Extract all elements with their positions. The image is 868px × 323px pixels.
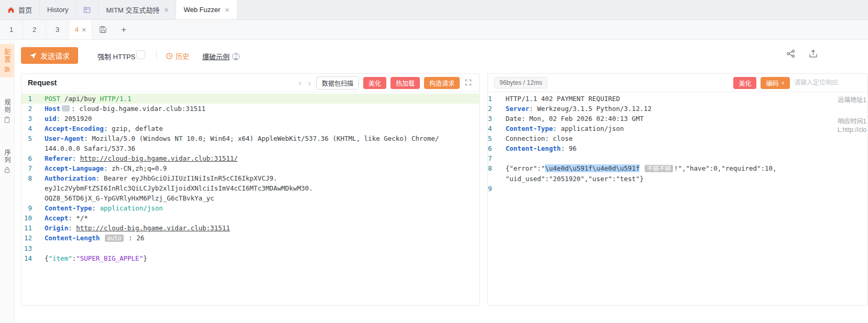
tab-history-label: History xyxy=(47,6,68,14)
request-editor-line[interactable]: 1POST /api/buy HTTP/1.1 xyxy=(21,94,479,104)
fuzzer-tab-2[interactable]: 2 xyxy=(23,20,46,39)
line-number: 14 xyxy=(21,253,45,263)
line-content: Referer: http://cloud-big.hgame.vidar.cl… xyxy=(45,153,479,163)
sidebar-item-config[interactable]: 配置 xyxy=(0,44,14,77)
encode-dropdown[interactable]: 编码 ∨ xyxy=(761,77,790,89)
history-button[interactable]: 历史 xyxy=(166,51,189,61)
request-editor-line[interactable]: 2Host: cloud-big.hgame.vidar.club:31511 xyxy=(21,104,479,114)
share-button[interactable] xyxy=(786,49,795,58)
add-tab-button[interactable]: + xyxy=(113,20,134,39)
response-editor-line[interactable]: 6Content-Length: 96 xyxy=(488,143,867,153)
next-request-button[interactable]: › xyxy=(307,79,312,87)
request-editor-line[interactable]: 9Content-Type: application/json xyxy=(21,203,479,213)
sliders-icon xyxy=(4,66,10,73)
clipboard-icon xyxy=(4,116,10,123)
export-button[interactable] xyxy=(809,49,818,58)
help-icon[interactable]: ? xyxy=(232,53,240,60)
line-number: 2 xyxy=(488,104,506,114)
locate-response-input[interactable] xyxy=(794,79,861,86)
request-editor[interactable]: 1POST /api/buy HTTP/1.12Host: cloud-big.… xyxy=(21,92,479,305)
request-editor-line[interactable]: 12Content-Length auto : 26 xyxy=(21,233,479,243)
fuzzer-tab-1[interactable]: 1 xyxy=(0,20,23,39)
blast-example-link[interactable]: 爆破示例 ? xyxy=(202,51,240,61)
sidebar-item-sequence-label: 序列 xyxy=(3,149,12,164)
tab-mitm[interactable]: MITM 交互式劫持 × xyxy=(99,0,176,19)
request-panel: Request ‹ › 数据包扫描 美化 热加载 构造请求 1POST /api… xyxy=(21,73,480,306)
line-number: 3 xyxy=(21,114,45,124)
request-editor-line[interactable]: 13 xyxy=(21,243,479,253)
hot-reload-button[interactable]: 热加载 xyxy=(390,77,420,89)
request-editor-line[interactable]: 8Authorization: Bearer eyJhbGciOiJIUzI1N… xyxy=(21,173,479,203)
close-icon[interactable]: × xyxy=(225,6,229,14)
response-editor-line[interactable]: 2Server: Werkzeug/3.1.5 Python/3.12.12 xyxy=(488,104,867,114)
close-icon[interactable]: × xyxy=(164,6,168,14)
table-icon xyxy=(83,6,91,14)
request-editor-line[interactable]: 7Accept-Language: zh-CN,zh;q=0.9 xyxy=(21,163,479,173)
close-icon[interactable]: × xyxy=(82,26,86,34)
line-number: 7 xyxy=(21,163,45,173)
response-beautify-button[interactable]: 美化 xyxy=(733,77,756,89)
share-icon xyxy=(786,49,795,58)
request-editor-line[interactable]: 5User-Agent: Mozilla/5.0 (Windows NT 10.… xyxy=(21,133,479,153)
toolbar-divider xyxy=(156,50,157,61)
packet-scan-button[interactable]: 数据包扫描 xyxy=(316,76,359,90)
line-number: 7 xyxy=(488,153,506,163)
tab-home[interactable]: 首页 xyxy=(0,0,40,19)
fuzzer-tab-4[interactable]: 4 × xyxy=(69,20,92,39)
request-editor-line[interactable]: 14{"item":"SUPER_BIG_APPLE"} xyxy=(21,253,479,263)
request-editor-line[interactable]: 3uid: 2051920 xyxy=(21,114,479,124)
construct-request-button[interactable]: 构造请求 xyxy=(424,77,460,89)
plus-icon: + xyxy=(121,25,126,35)
beautify-button[interactable]: 美化 xyxy=(363,77,386,89)
chevron-right-icon: › xyxy=(308,78,311,88)
sidebar-item-rules[interactable]: 规则 xyxy=(0,94,14,128)
line-number: 1 xyxy=(21,94,45,104)
line-content: Accept: */* xyxy=(45,213,479,223)
line-number: 11 xyxy=(21,223,45,233)
tab-history[interactable]: History xyxy=(40,0,76,19)
response-editor-line[interactable]: 8{"error":"\u4e0d\u591f\u4e0d\u591f 不够不够… xyxy=(488,163,867,184)
response-panel: 96bytes / 12ms 美化 编码 ∨ 远端地址1响应时间1L:http:… xyxy=(487,73,868,306)
line-content: Date: Mon, 02 Feb 2026 02:40:13 GMT xyxy=(506,114,867,124)
tab-web-fuzzer[interactable]: Web Fuzzer × xyxy=(176,0,237,19)
response-editor[interactable]: 远端地址1响应时间1L:http://clo 1HTTP/1.1 402 PAY… xyxy=(488,92,867,305)
tab-table[interactable] xyxy=(76,0,99,19)
line-content: Accept-Language: zh-CN,zh;q=0.9 xyxy=(45,163,479,173)
line-content: {"error":"\u4e0d\u591f\u4e0d\u591f 不够不够!… xyxy=(506,163,867,184)
response-editor-line[interactable]: 7 xyxy=(488,153,867,163)
prev-request-button[interactable]: ‹ xyxy=(298,79,303,87)
fuzzer-tab-2-label: 2 xyxy=(32,26,36,34)
line-content: uid: 2051920 xyxy=(45,114,479,124)
line-number: 5 xyxy=(488,133,506,143)
line-content: Server: Werkzeug/3.1.5 Python/3.12.12 xyxy=(506,104,867,114)
sidebar-item-sequence[interactable]: 序列 xyxy=(0,144,14,178)
expand-icon xyxy=(465,79,472,86)
home-icon xyxy=(7,6,15,14)
request-editor-line[interactable]: 4Accept-Encoding: gzip, deflate xyxy=(21,124,479,133)
send-request-button[interactable]: 发送请求 xyxy=(21,47,78,64)
response-panel-header: 96bytes / 12ms 美化 编码 ∨ xyxy=(488,74,867,92)
request-editor-line[interactable]: 10Accept: */* xyxy=(21,213,479,223)
line-content: Origin: http://cloud-big.hgame.vidar.clu… xyxy=(45,223,479,233)
line-number: 2 xyxy=(21,104,45,114)
response-editor-line[interactable]: 9 xyxy=(488,184,867,194)
line-content: Accept-Encoding: gzip, deflate xyxy=(45,124,479,133)
request-editor-line[interactable]: 11Origin: http://cloud-big.hgame.vidar.c… xyxy=(21,223,479,233)
fullscreen-button[interactable] xyxy=(464,79,473,87)
response-editor-line[interactable]: 4Content-Type: application/json xyxy=(488,124,867,133)
force-https-checkbox[interactable] xyxy=(136,50,145,59)
line-number: 13 xyxy=(21,243,45,253)
line-number: 1 xyxy=(488,94,506,104)
request-panel-title: Request xyxy=(28,79,57,87)
response-editor-line[interactable]: 5Connection: close xyxy=(488,133,867,143)
line-content: Authorization: Bearer eyJhbGciOiJIUzI1Ni… xyxy=(45,173,479,203)
line-number: 6 xyxy=(488,143,506,153)
line-content: HTTP/1.1 402 PAYMENT REQUIRED xyxy=(506,94,867,104)
line-number: 4 xyxy=(21,124,45,133)
line-number: 8 xyxy=(488,163,506,173)
fuzzer-tab-3[interactable]: 3 xyxy=(46,20,69,39)
response-editor-line[interactable]: 3Date: Mon, 02 Feb 2026 02:40:13 GMT xyxy=(488,114,867,124)
save-button[interactable] xyxy=(92,20,113,39)
response-editor-line[interactable]: 1HTTP/1.1 402 PAYMENT REQUIRED xyxy=(488,94,867,104)
request-editor-line[interactable]: 6Referer: http://cloud-big.hgame.vidar.c… xyxy=(21,153,479,163)
